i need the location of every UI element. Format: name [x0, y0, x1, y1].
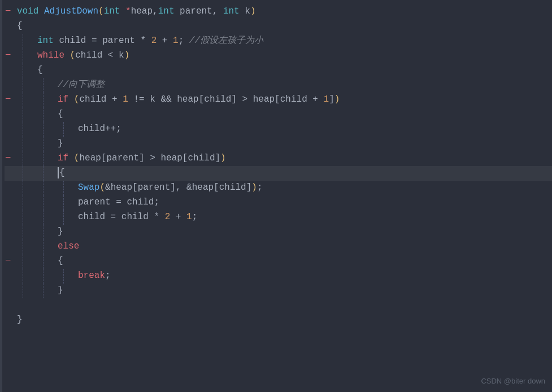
token-kw-int: int [223, 6, 245, 16]
token-op: * [154, 212, 164, 222]
token-var: heap [160, 153, 182, 163]
token-num: 2 [151, 36, 162, 46]
token-var: k [245, 6, 250, 16]
token-op: > [150, 153, 160, 163]
token-op: ; [192, 212, 198, 222]
token-bracket: ] [215, 153, 220, 163]
code-line: } [5, 313, 552, 328]
code-text: if (heap[parent] > heap[child]) [12, 151, 552, 166]
token-bracket: ] [329, 94, 334, 104]
token-var: child [127, 197, 154, 207]
token-op: + [176, 212, 186, 222]
code-text: Swap(&heap[parent], &heap[child]); [12, 181, 552, 195]
token-var: heap [253, 94, 275, 104]
code-line: ─if (heap[parent] > heap[child]) [5, 151, 552, 166]
token-group: parent = child; [78, 195, 159, 210]
token-paren: ) [220, 153, 226, 163]
token-bracket: [ [275, 94, 280, 104]
code-line: } [5, 225, 552, 239]
token-num: 1 [173, 36, 179, 46]
token-op: ; [154, 197, 159, 207]
token-group: } [58, 225, 63, 239]
token-paren: ) [334, 94, 340, 104]
code-line: break; [5, 269, 552, 284]
fold-marker [5, 63, 12, 78]
fold-marker: ─ [5, 93, 12, 107]
token-paren: ( [70, 50, 76, 60]
token-asterisk: * [125, 6, 131, 16]
code-text: //向下调整 [12, 78, 552, 93]
fold-marker [5, 166, 12, 181]
fold-marker [5, 239, 12, 254]
token-num: 1 [186, 212, 192, 222]
code-line: child++; [5, 122, 552, 137]
token-op: ++; [105, 124, 121, 134]
token-kw-func: AdjustDown [44, 6, 98, 16]
fold-marker: ─ [5, 49, 12, 63]
token-op: && [160, 94, 177, 104]
token-bracket: [ [199, 94, 205, 104]
token-var: heap [131, 6, 153, 16]
token-var: child [59, 36, 92, 46]
token-op: + [312, 94, 323, 104]
token-paren: ) [251, 182, 257, 193]
token-var: child [79, 94, 112, 104]
token-bracket: [ [214, 182, 219, 193]
token-op: + [162, 36, 173, 46]
token-bracket: } [17, 315, 23, 325]
token-num: 1 [123, 94, 133, 104]
code-line: { [5, 19, 552, 34]
code-text: } [12, 313, 552, 328]
token-bracket: ] [139, 153, 150, 163]
fold-marker [5, 298, 12, 313]
fold-marker [5, 181, 12, 195]
token-bracket: ] [231, 94, 242, 104]
code-line: int child = parent * 2 + 1; //假设左孩子为小 [5, 34, 552, 49]
token-op: , [153, 6, 158, 16]
token-var: heap [111, 182, 132, 193]
token-paren: ( [74, 94, 80, 104]
code-line: parent = child; [5, 195, 552, 210]
code-line: ─while (child < k) [5, 49, 552, 63]
token-var: child [75, 50, 108, 60]
fold-marker [5, 122, 12, 137]
token-var: heap [192, 182, 214, 193]
watermark: CSDN @biter down [481, 376, 545, 387]
token-op: < [108, 50, 119, 60]
token-op: ; [179, 36, 189, 46]
token-group: } [58, 284, 63, 298]
token-op: = [111, 212, 121, 222]
token-op: * [140, 36, 151, 46]
code-line [5, 298, 552, 313]
token-num: 2 [165, 212, 176, 222]
token-op: ; [257, 182, 263, 193]
code-line: } [5, 137, 552, 151]
fold-marker [5, 107, 12, 122]
token-group: while (child < k) [37, 49, 129, 63]
token-group: { [37, 63, 43, 78]
code-editor: ─void AdjustDown(int *heap,int parent, i… [0, 0, 552, 392]
token-bracket: { [37, 65, 43, 75]
token-paren: ) [250, 6, 256, 16]
token-num: 1 [324, 94, 329, 104]
token-group: else [58, 239, 79, 254]
token-group: { [17, 19, 23, 34]
token-bracket: } [58, 227, 63, 237]
fold-marker [5, 269, 12, 284]
code-line: { [5, 166, 552, 181]
token-comment: //假设左孩子为小 [189, 36, 263, 46]
token-kw-break: break [78, 271, 105, 281]
token-var: k [150, 94, 160, 104]
token-kw-int: int [158, 6, 180, 16]
token-op: != [133, 94, 150, 104]
token-var: child [219, 182, 246, 193]
fold-marker [5, 225, 12, 239]
code-line: child = child * 2 + 1; [5, 210, 552, 225]
token-var: heap [79, 153, 101, 163]
token-bracket: ] [170, 182, 176, 193]
token-group: { [58, 107, 63, 122]
token-op: , [176, 182, 186, 193]
token-kw-if: if [58, 153, 74, 163]
token-kw-int: int [104, 6, 125, 16]
code-line: ─if (child + 1 != k && heap[child] > hea… [5, 93, 552, 107]
